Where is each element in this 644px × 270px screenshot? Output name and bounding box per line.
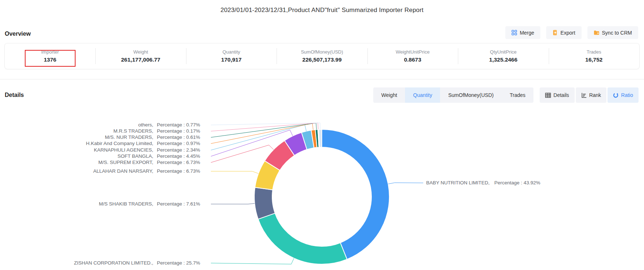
stat-value: 0.8673	[404, 56, 421, 63]
chart-label-zishan-corporation-limited: ZISHAN CORPORATION LIMITED.,Percentage :…	[0, 260, 212, 266]
chart-label-karnaphuli-agencies: KARNAPHULI AGENCIES,Percentage : 2.34%	[0, 147, 212, 153]
chart-label-percentage: Percentage : 0.61%	[157, 134, 212, 140]
chart-label-percentage: Percentage : 0.97%	[157, 140, 212, 146]
view-buttons: Details Rank Ratio	[540, 87, 639, 103]
rank-view-button[interactable]: Rank	[576, 87, 607, 103]
segment-others[interactable]	[319, 129, 322, 147]
stat-label: Trades	[587, 49, 601, 55]
ratio-view-button[interactable]: Ratio	[608, 87, 639, 103]
export-button[interactable]: Export	[546, 26, 581, 39]
label-line-m-s-suprem-export	[211, 145, 274, 163]
tab-trades[interactable]: Trades	[502, 87, 533, 103]
sync-to-crm-button[interactable]: Sync to CRM	[587, 26, 638, 39]
segment-baby-nutrition-limited[interactable]	[322, 129, 389, 259]
label-line-others	[211, 123, 320, 129]
stat-card-importer: Importer1376	[5, 43, 95, 69]
overview-heading: Overview	[5, 31, 31, 37]
stat-label: Quantity	[223, 49, 240, 55]
toolbar: Merge Export Sync to CRM	[505, 26, 638, 39]
chart-label-name: SOFT BANGLA,	[0, 153, 153, 159]
chart-label-percentage: Percentage : 0.77%	[157, 122, 212, 128]
chart-label-name: M.R.S TRADERS,	[0, 128, 153, 134]
chart-label-name: KARNAPHULI AGENCIES,	[0, 147, 153, 153]
stat-value: 226,507,173.99	[302, 56, 342, 63]
merge-icon	[512, 30, 517, 35]
ratio-icon	[613, 93, 618, 98]
merge-button-label: Merge	[520, 30, 534, 36]
chart-label-name: M/S. NUR TRADERS,	[0, 134, 153, 140]
overview-stats: Importer1376Weight261,177,006.77Quantity…	[4, 43, 640, 69]
section-divider	[0, 79, 644, 79]
stat-card-trades: Trades16,752	[549, 43, 639, 69]
donut-chart	[0, 0, 644, 270]
segment-m-s-shakib-traders[interactable]	[254, 187, 275, 219]
chart-label-name: BABY NUTRITION LIMITED,	[426, 180, 490, 186]
ratio-view-button-label: Ratio	[621, 92, 633, 98]
stat-label: Weight	[134, 49, 148, 55]
stat-value: 170,917	[221, 56, 242, 63]
chart-label-percentage: Percentage : 2.34%	[157, 147, 212, 153]
stat-value: 261,177,006.77	[121, 56, 161, 63]
label-line-allahar-dan-narsary	[211, 171, 258, 173]
chart-label-percentage: Percentage : 6.73%	[157, 168, 212, 174]
chart-label-percentage: Percentage : 43.92%	[494, 180, 540, 186]
chart-label-percentage: Percentage : 7.61%	[157, 201, 212, 207]
stat-label: QtyUnitPrice	[490, 49, 517, 55]
export-button-label: Export	[560, 30, 575, 36]
stat-card-sumofmoney-usd: SumOfMoney(USD)226,507,173.99	[277, 43, 367, 69]
segment-zishan-corporation-limited[interactable]	[258, 213, 347, 264]
chart-label-name: ZISHAN CORPORATION LIMITED.,	[0, 260, 153, 266]
chart-label-baby-nutrition-limited: BABY NUTRITION LIMITED,Percentage : 43.9…	[426, 180, 540, 186]
stat-value: 1376	[44, 56, 56, 63]
stat-card-quantity: Quantity170,917	[186, 43, 277, 69]
chart-label-percentage: Percentage : 4.45%	[157, 153, 212, 159]
tab-sumofmoney-usd[interactable]: SumOfMoney(USD)	[440, 87, 501, 103]
details-view-button-label: Details	[554, 92, 569, 98]
stat-label: SumOfMoney(USD)	[301, 49, 343, 55]
sync-to-crm-button-label: Sync to CRM	[602, 30, 632, 36]
label-line-baby-nutrition-limited	[388, 183, 423, 184]
chart-label-percentage: Percentage : 0.17%	[157, 128, 212, 134]
chart-label-allahar-dan-narsary: ALLAHAR DAN NARSARY,Percentage : 6.73%	[0, 168, 212, 174]
chart-label-percentage: Percentage : 6.73%	[157, 159, 212, 165]
chart-label-percentage: Percentage : 25.7%	[157, 260, 212, 266]
stat-value: 16,752	[585, 56, 602, 63]
stat-card-qtyunitprice: QtyUnitPrice1,325.2466	[458, 43, 548, 69]
details-view-button[interactable]: Details	[540, 87, 575, 103]
label-line-m-r-s-traders	[211, 123, 318, 131]
stat-card-weight: Weight261,177,006.77	[95, 43, 186, 69]
chart-label-soft-bangla: SOFT BANGLA,Percentage : 4.45%	[0, 153, 212, 159]
page-title: 2023/01/01-2023/12/31,Product AND"fruit"…	[0, 7, 644, 14]
stat-card-weightunitprice: WeightUnitPrice0.8673	[367, 43, 458, 69]
label-line-m-s-shakib-traders	[211, 203, 255, 204]
chart-label-name: M/S SHAKIB TRADERS,	[0, 201, 153, 207]
label-line-zishan-corporation-limited	[211, 258, 294, 264]
merge-button[interactable]: Merge	[505, 26, 540, 39]
chart-label-name: others,	[0, 122, 153, 128]
chart-label-m-r-s-traders: M.R.S TRADERS,Percentage : 0.17%	[0, 128, 212, 134]
chart-label-name: H.Kabir And Company Limited,	[0, 140, 153, 146]
stat-label: WeightUnitPrice	[396, 49, 429, 55]
rank-icon	[581, 93, 587, 98]
stat-value: 1,325.2466	[489, 56, 518, 63]
table-icon	[545, 93, 551, 98]
export-icon	[552, 30, 558, 35]
chart-label-others: others,Percentage : 0.77%	[0, 122, 212, 128]
details-heading: Details	[5, 92, 24, 98]
chart-label-h-kabir-and-company-limited: H.Kabir And Company Limited,Percentage :…	[0, 140, 212, 146]
chart-label-m-s-shakib-traders: M/S SHAKIB TRADERS,Percentage : 7.61%	[0, 201, 212, 207]
chart-label-m-s-suprem-export: M/S. SUPREM EXPORT,Percentage : 6.73%	[0, 159, 212, 165]
stat-label: Importer	[41, 49, 59, 55]
tab-weight[interactable]: Weight	[373, 87, 405, 103]
chart-label-name: M/S. SUPREM EXPORT,	[0, 159, 153, 165]
folder-sync-icon	[594, 30, 599, 35]
chart-label-name: ALLAHAR DAN NARSARY,	[0, 168, 153, 174]
tab-quantity[interactable]: Quantity	[405, 87, 440, 103]
rank-view-button-label: Rank	[589, 92, 601, 98]
chart-label-m-s-nur-traders: M/S. NUR TRADERS,Percentage : 0.61%	[0, 134, 212, 140]
metric-tabs: WeightQuantitySumOfMoney(USD)Trades	[373, 87, 533, 103]
